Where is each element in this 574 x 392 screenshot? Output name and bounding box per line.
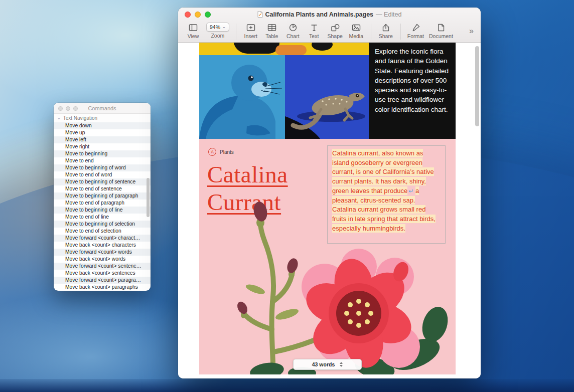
close-button[interactable] — [185, 12, 191, 18]
window-edited-status: — Edited — [376, 11, 401, 18]
document-icon — [436, 23, 446, 32]
command-item[interactable]: Move back <count> paragraphs — [54, 284, 151, 291]
command-item[interactable]: Move right — [54, 143, 151, 150]
command-item[interactable]: Move to end of selection — [54, 228, 151, 235]
toolbar-label: Share — [379, 33, 393, 39]
close-button[interactable] — [58, 106, 63, 111]
stepper-chevrons-icon — [340, 362, 343, 367]
toolbar-label: Text — [309, 33, 319, 39]
toolbar-label: Insert — [244, 33, 257, 39]
fullscreen-button[interactable] — [205, 12, 211, 18]
text-icon — [309, 23, 319, 32]
command-item[interactable]: Move back <count> characters — [54, 242, 151, 249]
toolbar-separator — [371, 24, 371, 40]
zoom-value: 94% — [210, 24, 220, 30]
command-item[interactable]: Move to end of line — [54, 214, 151, 221]
intro-text-box[interactable]: Explore the iconic flora and fauna of th… — [369, 43, 456, 139]
window-controls — [185, 12, 211, 18]
toolbar-label: View — [188, 33, 199, 39]
commands-window: Commands ⌄ Text Navigation Move downMove… — [54, 103, 151, 291]
category-row: A Plants — [208, 148, 234, 156]
command-item[interactable]: Move to end of word — [54, 171, 151, 178]
line-break-marker-icon: ↵ — [408, 187, 413, 194]
toolbar-chart[interactable]: Chart — [285, 23, 301, 39]
commands-list: Move downMove upMove leftMove rightMove … — [54, 122, 151, 291]
category-badge: A — [208, 148, 216, 156]
command-item[interactable]: Move left — [54, 136, 151, 143]
intro-text: Explore the iconic flora and fauna of th… — [375, 48, 449, 113]
command-item[interactable]: Move forward <count> paragra… — [54, 277, 151, 284]
lizard-image — [285, 55, 369, 139]
scrollbar-thumb[interactable] — [147, 178, 150, 217]
toolbar-shape[interactable]: Shape — [327, 23, 343, 39]
scrollbar-thumb[interactable] — [475, 46, 479, 126]
command-item[interactable]: Move to beginning of sentence — [54, 178, 151, 185]
toolbar-zoom[interactable]: 94% ⌄ Zoom — [206, 23, 229, 39]
toolbar-document[interactable]: Document — [429, 23, 453, 39]
artwork-shape — [233, 43, 279, 54]
toolbar-label: Chart — [286, 33, 300, 39]
titlebar[interactable]: California Plants and Animals.pages — Ed… — [178, 8, 481, 21]
currant-flower-illustration[interactable] — [199, 197, 456, 374]
toolbar-table[interactable]: Table — [264, 23, 280, 39]
command-item[interactable]: Move to beginning of paragraph — [54, 192, 151, 200]
commands-window-controls — [58, 106, 78, 111]
word-count-control[interactable]: 43 words — [293, 359, 362, 370]
top-artwork-strip[interactable] — [199, 43, 369, 55]
commands-titlebar[interactable]: Commands — [54, 103, 151, 114]
artwork-shape — [312, 43, 333, 51]
shape-icon — [330, 23, 340, 32]
minimize-button[interactable] — [66, 106, 70, 111]
section-text-navigation[interactable]: ⌄ Text Navigation — [54, 114, 151, 122]
command-item[interactable]: Move to beginning of selection — [54, 221, 151, 228]
command-item[interactable]: Move to end — [54, 157, 151, 164]
command-item[interactable]: Move forward <count> charact… — [54, 235, 151, 242]
command-item[interactable]: Move back <count> sentences — [54, 270, 151, 277]
artwork-shape — [275, 45, 307, 55]
command-item[interactable]: Move forward <count> words — [54, 249, 151, 256]
toolbar-label: Document — [429, 33, 453, 39]
command-item[interactable]: Move to beginning of line — [54, 207, 151, 214]
toolbar-overflow-button[interactable]: » — [469, 27, 474, 36]
pages-document-icon — [257, 11, 263, 18]
command-item[interactable]: Move to beginning of word — [54, 164, 151, 171]
window-chrome: California Plants and Animals.pages — Ed… — [178, 8, 481, 43]
title-line-1: Catalina — [207, 161, 288, 188]
lizard-illustration[interactable] — [285, 55, 369, 139]
minimize-button[interactable] — [195, 12, 201, 18]
toolbar-insert[interactable]: Insert — [243, 23, 259, 39]
window-title-group: California Plants and Animals.pages — Ed… — [257, 11, 402, 18]
seal-image — [199, 55, 285, 139]
command-item[interactable]: Move up — [54, 129, 151, 136]
command-item[interactable]: Move down — [54, 122, 151, 129]
command-item[interactable]: Move forward <count> sentenc… — [54, 263, 151, 270]
word-count-value: 43 words — [312, 361, 335, 367]
command-item[interactable]: Move to end of sentence — [54, 185, 151, 192]
zoom-dropdown[interactable]: 94% ⌄ — [206, 23, 229, 32]
insert-icon — [246, 23, 256, 32]
document-canvas[interactable]: Explore the iconic flora and fauna of th… — [178, 43, 481, 378]
toolbar-label: Table — [265, 33, 278, 39]
chart-icon — [288, 23, 298, 32]
fullscreen-button[interactable] — [73, 106, 78, 111]
toolbar-text[interactable]: Text — [306, 23, 322, 39]
view-icon — [188, 23, 198, 32]
plants-section[interactable]: A Plants CatalinaCurrant Catalina curran… — [199, 139, 456, 374]
toolbar-media[interactable]: Media — [348, 23, 364, 39]
command-item[interactable]: Move to beginning — [54, 150, 151, 157]
toolbar-label: Zoom — [211, 33, 224, 39]
category-label: Plants — [220, 149, 234, 155]
command-item[interactable]: Move back <count> words — [54, 256, 151, 263]
window-title: California Plants and Animals.pages — [265, 11, 374, 18]
command-item[interactable]: Move to end of paragraph — [54, 200, 151, 207]
document-page[interactable]: Explore the iconic flora and fauna of th… — [199, 43, 456, 374]
toolbar-separator — [236, 24, 236, 40]
chevron-down-icon: ⌄ — [222, 25, 226, 29]
toolbar-view[interactable]: View — [185, 23, 201, 39]
toolbar-separator — [400, 24, 401, 40]
seal-illustration[interactable] — [199, 55, 285, 139]
toolbar-format[interactable]: Format — [407, 23, 424, 39]
toolbar-share[interactable]: Share — [378, 23, 394, 39]
commands-window-title: Commands — [88, 105, 116, 111]
pages-window: California Plants and Animals.pages — Ed… — [178, 8, 481, 378]
